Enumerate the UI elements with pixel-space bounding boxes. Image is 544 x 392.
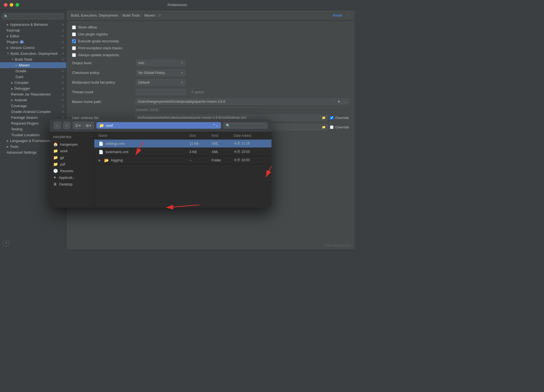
fp-col-name: Name	[99, 134, 189, 138]
checkbox-use-plugin-registry[interactable]	[72, 32, 76, 36]
fp-forward-button[interactable]: ›	[63, 122, 70, 129]
sidebar-item-debugger[interactable]: ▶Debugger⊞	[0, 86, 66, 91]
thread-count-input[interactable]	[136, 89, 186, 95]
breadcrumb-part3: Maven	[144, 13, 155, 17]
fp-body: Favorites 🏠 haogeoyes 📁 work 📁 git 📁 pdf…	[50, 132, 271, 206]
checksum-policy-select[interactable]: No Global Policy Warn Fail	[136, 69, 186, 76]
fp-fav-icon-applications: ✦	[53, 175, 57, 180]
sidebar-label-advanced-settings: Advanced Settings	[7, 150, 37, 154]
sidebar-item-android[interactable]: ▶Android⊞	[0, 97, 66, 103]
sidebar-item-remote-jar[interactable]: Remote Jar Repositories⊞	[0, 91, 66, 97]
fp-file-row-logging[interactable]: ▶ 📂 logging -- Folder 今天 10:03	[94, 156, 271, 164]
search-box[interactable]: 🔍	[2, 13, 64, 19]
close-button[interactable]	[4, 3, 7, 7]
local-repo-override-checkbox[interactable]	[330, 125, 333, 129]
multiproject-label: Multiproject build fail policy:	[72, 80, 133, 84]
sidebar-item-gradle-android[interactable]: Gradle-Android Compiler⊞	[0, 109, 66, 115]
fp-fav-label-applications: Applicati...	[59, 176, 75, 180]
maven-home-dropdown-button[interactable]: ▼	[336, 99, 342, 104]
nav-back-button[interactable]: ‹	[346, 13, 347, 18]
checkbox-row-print-exception: Print exception stack traces	[72, 46, 349, 50]
sidebar-item-build-exec-deploy[interactable]: ▼Build, Execution, Deployment⊞	[0, 51, 66, 56]
checkbox-execute-goals[interactable]	[72, 39, 76, 43]
sidebar-arrow-maven: ▶	[16, 64, 18, 67]
fp-sidebar-item-git[interactable]: 📁 git	[50, 154, 94, 161]
fp-fav-icon-desktop: 🖥	[53, 182, 57, 186]
local-repo-browse-button[interactable]: 📁	[320, 124, 328, 130]
sidebar-item-gradle[interactable]: Gradle⊞	[0, 68, 66, 74]
fp-kind-logging: Folder	[212, 158, 234, 162]
fp-file-row-toolchains-xml[interactable]: 📄 toolchains.xml 4 KB XML 今天 10:03	[94, 148, 271, 156]
sidebar-item-appearance[interactable]: ▶Appearance & Behavior⊞	[0, 22, 66, 27]
sidebar-item-version-control[interactable]: ▶Version Control⊞	[0, 45, 66, 51]
breadcrumb-part2[interactable]: Build Tools	[122, 13, 140, 17]
output-level-select[interactable]: Info Debug Warn Error	[136, 60, 186, 66]
sidebar-arrow-appearance: ▶	[7, 23, 9, 26]
sidebar-item-plugins[interactable]: Plugins1⊞	[0, 39, 66, 45]
fp-location-bar[interactable]: 📁 conf ⌃⌄	[96, 122, 221, 129]
breadcrumb-sep2: ›	[142, 13, 143, 17]
sidebar-item-compiler[interactable]: ▶Compiler⊞	[0, 80, 66, 86]
breadcrumb-bar: Build, Execution, Deployment › Build Too…	[66, 10, 355, 21]
sidebar-icon-compiler: ⊞	[62, 81, 64, 84]
sidebar-item-coverage[interactable]: Coverage⊞	[0, 103, 66, 109]
fp-location-text: conf	[106, 123, 113, 128]
fp-table-header: Name Size Kind Date Added	[94, 132, 271, 140]
user-settings-override: Override	[330, 116, 349, 120]
sidebar-label-tools: Tools	[10, 145, 18, 149]
local-repo-override-label: Override	[335, 125, 349, 129]
fp-sidebar-item-haogeoyes[interactable]: 🏠 haogeoyes	[50, 141, 94, 148]
sidebar-label-android: Android	[14, 98, 27, 102]
checkbox-label-work-offline: Work offline	[78, 25, 97, 29]
fp-filename-text-toolchains-xml: toolchains.xml	[106, 150, 128, 154]
fp-filename-text-settings-xml: settings.xml	[106, 141, 125, 146]
user-settings-browse-button[interactable]: 📁	[320, 115, 328, 121]
sidebar-item-build-tools[interactable]: ▼Build Tools⊞	[0, 56, 66, 62]
user-settings-override-checkbox[interactable]	[330, 116, 333, 120]
fp-back-button[interactable]: ‹	[54, 122, 61, 129]
fp-fav-label-haogeoyes: haogeoyes	[60, 142, 78, 146]
minimize-button[interactable]	[10, 3, 13, 7]
breadcrumb-part1[interactable]: Build, Execution, Deployment	[71, 13, 118, 17]
sidebar-label-gant: Gant	[16, 75, 23, 79]
checkbox-print-exception[interactable]	[72, 46, 76, 50]
fp-sidebar-item-recents[interactable]: 🕐 Recents	[50, 167, 94, 174]
fp-date-settings-xml: 今天 11:19	[234, 141, 267, 146]
fp-list-view-button[interactable]: ☰ ▼	[73, 122, 83, 129]
checksum-policy-label: Checksum policy:	[72, 71, 133, 75]
help-button[interactable]: ?	[3, 240, 9, 246]
sidebar-item-maven[interactable]: ▶Maven⊞	[0, 62, 66, 68]
maven-home-input[interactable]	[135, 99, 336, 105]
sidebar-icon-appearance: ⊞	[62, 23, 64, 26]
fp-sidebar-item-applications[interactable]: ✦ Applicati...	[50, 174, 94, 181]
output-level-label: Output level:	[72, 61, 133, 65]
sidebar-badge-plugins: 1	[20, 40, 24, 43]
fp-file-row-settings-xml[interactable]: 📄 settings.xml 11 KB XML 今天 11:19	[94, 140, 271, 148]
sidebar-item-keymap[interactable]: Keymap⊞	[0, 27, 66, 33]
search-input[interactable]	[9, 14, 62, 18]
multiproject-select[interactable]: Default Never After First Build At End	[136, 79, 186, 86]
reset-button[interactable]: Reset	[333, 13, 342, 17]
fp-fav-label-pdf: pdf	[60, 162, 65, 166]
nav-forward-button[interactable]: ›	[349, 13, 350, 18]
breadcrumb-menu-icon[interactable]: ▦	[158, 13, 161, 17]
maven-home-browse-button[interactable]: …	[342, 99, 349, 104]
maximize-button[interactable]	[16, 3, 19, 7]
fp-size-toolchains-xml: 4 KB	[189, 150, 212, 154]
sidebar-icon-maven: ⊞	[62, 64, 64, 67]
multiproject-row: Multiproject build fail policy: Default …	[72, 79, 349, 86]
checkbox-work-offline[interactable]	[72, 25, 76, 29]
fp-grid-view-button[interactable]: ⊞ ▼	[84, 122, 94, 129]
fp-sidebar-item-pdf[interactable]: 📁 pdf	[50, 161, 94, 167]
checkbox-always-update[interactable]	[72, 53, 76, 57]
sidebar-arrow-version-control: ▶	[7, 46, 9, 49]
sidebar-icon-gant: ⊞	[62, 75, 64, 78]
fp-main: Name Size Kind Date Added 📄 settings.xml…	[94, 132, 271, 206]
fp-search-input[interactable]	[232, 123, 265, 127]
fp-search-box[interactable]: 🔍	[223, 122, 268, 129]
fp-sidebar-item-work[interactable]: 📁 work	[50, 148, 94, 154]
sidebar-item-gant[interactable]: Gant⊞	[0, 74, 66, 80]
fp-sidebar-item-desktop[interactable]: 🖥 Desktop	[50, 181, 94, 187]
sidebar-arrow-debugger: ▶	[11, 87, 13, 90]
sidebar-item-editor[interactable]: ▶Editor⊞	[0, 33, 66, 39]
